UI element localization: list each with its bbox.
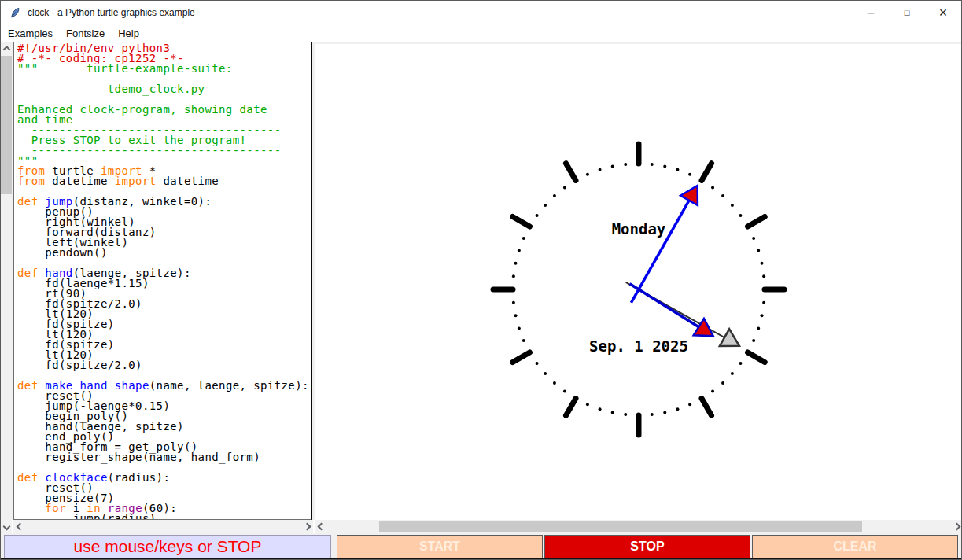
scroll-left-button[interactable] bbox=[13, 520, 26, 533]
minute-dot bbox=[757, 326, 760, 330]
minute-dot bbox=[512, 274, 515, 278]
minute-dot bbox=[761, 262, 764, 265]
hour-mark bbox=[702, 164, 712, 181]
code-line: """ turtle-example-suite: bbox=[17, 64, 311, 74]
minute-dot bbox=[761, 314, 764, 317]
canvas-horizontal-scrollbar[interactable] bbox=[315, 520, 962, 533]
minute-dot bbox=[651, 413, 654, 416]
minute-dot bbox=[752, 237, 755, 240]
minute-dot bbox=[563, 389, 566, 392]
scroll-left-button[interactable] bbox=[315, 520, 327, 533]
minute-hand-shaft bbox=[631, 201, 689, 303]
editor-vertical-scrollbar[interactable] bbox=[1, 42, 12, 533]
status-message: use mouse/keys or STOP bbox=[4, 535, 331, 558]
code-line: from datetime import datetime bbox=[17, 176, 311, 186]
minute-dot bbox=[514, 262, 517, 265]
vertical-scroll-thumb[interactable] bbox=[1, 56, 12, 194]
code-text: #!/usr/bin/env python3# -*- coding: cp12… bbox=[17, 43, 311, 520]
minimize-button[interactable]: – bbox=[853, 1, 889, 24]
second-hand-head bbox=[720, 329, 739, 346]
chevron-right-icon bbox=[303, 523, 311, 531]
minute-dot bbox=[711, 186, 714, 190]
editor-horizontal-scrollbar[interactable] bbox=[13, 520, 313, 533]
minute-dot bbox=[586, 403, 589, 406]
minute-dot bbox=[752, 339, 755, 342]
menu-examples[interactable]: Examples bbox=[2, 28, 59, 39]
minute-dot bbox=[721, 194, 724, 197]
hour-mark bbox=[566, 164, 577, 181]
menu-bar: Examples Fontsize Help bbox=[1, 24, 961, 42]
minute-dot bbox=[762, 301, 765, 304]
code-line: pendown() bbox=[17, 248, 311, 258]
main-area: #!/usr/bin/env python3# -*- coding: cp12… bbox=[1, 42, 962, 520]
scroll-down-button[interactable] bbox=[1, 520, 12, 533]
minute-dot bbox=[688, 173, 691, 176]
minute-dot bbox=[651, 163, 654, 166]
hour-mark bbox=[513, 352, 530, 363]
stop-button[interactable]: STOP bbox=[544, 535, 750, 558]
menu-help[interactable]: Help bbox=[112, 28, 146, 39]
minute-dot bbox=[518, 249, 521, 252]
minute-dot bbox=[514, 314, 517, 317]
date-label: Sep. 1 2025 bbox=[589, 337, 688, 355]
minute-dot bbox=[676, 407, 679, 411]
hour-mark bbox=[748, 217, 765, 227]
chevron-left-icon bbox=[317, 523, 325, 531]
hour-mark bbox=[748, 352, 765, 363]
minute-dot bbox=[663, 164, 666, 168]
minute-dot bbox=[721, 381, 724, 385]
minute-dot bbox=[536, 214, 539, 217]
clock-svg: MondaySep. 1 2025 bbox=[315, 44, 962, 520]
title-bar: clock - a Python turtle graphics example… bbox=[1, 1, 961, 24]
minute-dot bbox=[553, 194, 556, 197]
window-title: clock - a Python turtle graphics example bbox=[28, 7, 195, 18]
menu-fontsize[interactable]: Fontsize bbox=[60, 28, 111, 39]
hour-mark bbox=[566, 399, 577, 416]
clear-button: CLEAR bbox=[752, 535, 958, 558]
minute-dot bbox=[563, 186, 566, 190]
minute-dot bbox=[688, 403, 691, 406]
minute-dot bbox=[731, 204, 734, 207]
scroll-up-button[interactable] bbox=[1, 42, 12, 55]
code-line: tdemo_clock.py bbox=[17, 84, 311, 94]
minute-dot bbox=[731, 372, 734, 375]
chevron-right-icon bbox=[953, 523, 960, 531]
minute-dot bbox=[611, 164, 614, 168]
minute-dot bbox=[711, 389, 714, 392]
scroll-right-button[interactable] bbox=[300, 520, 313, 533]
start-button: START bbox=[337, 535, 543, 558]
chevron-up-icon bbox=[2, 46, 10, 53]
minute-dot bbox=[522, 339, 525, 342]
horizontal-scroll-thumb[interactable] bbox=[379, 521, 862, 532]
scroll-right-button[interactable] bbox=[950, 520, 962, 533]
minute-dot bbox=[512, 301, 515, 304]
code-line: ------------------------------------ bbox=[17, 146, 311, 156]
minute-dot bbox=[599, 168, 602, 171]
code-line: fd(spitze/2.0) bbox=[17, 360, 311, 370]
minute-dot bbox=[522, 237, 525, 240]
minute-dot bbox=[518, 326, 521, 330]
hour-mark bbox=[513, 217, 530, 227]
app-window: clock - a Python turtle graphics example… bbox=[0, 0, 962, 560]
code-line: jump(radius) bbox=[17, 514, 311, 520]
minute-dot bbox=[739, 362, 742, 365]
minute-dot bbox=[599, 407, 602, 411]
turtle-canvas[interactable]: MondaySep. 1 2025 bbox=[315, 44, 962, 520]
minute-dot bbox=[586, 173, 589, 176]
minute-dot bbox=[611, 411, 614, 414]
minute-dot bbox=[757, 249, 760, 252]
close-button[interactable]: × bbox=[925, 1, 961, 24]
code-editor[interactable]: #!/usr/bin/env python3# -*- coding: cp12… bbox=[13, 42, 312, 520]
python-feather-icon bbox=[9, 7, 21, 19]
chevron-down-icon bbox=[2, 523, 10, 531]
minute-dot bbox=[544, 372, 547, 375]
minute-dot bbox=[544, 204, 547, 207]
minute-dot bbox=[553, 381, 556, 385]
minute-dot bbox=[536, 362, 539, 365]
minute-dot bbox=[739, 214, 742, 217]
hour-hand-shaft bbox=[630, 284, 699, 327]
minute-dot bbox=[624, 163, 627, 166]
maximize-button[interactable]: □ bbox=[889, 1, 925, 24]
minute-dot bbox=[624, 413, 627, 416]
chevron-left-icon bbox=[16, 523, 24, 531]
